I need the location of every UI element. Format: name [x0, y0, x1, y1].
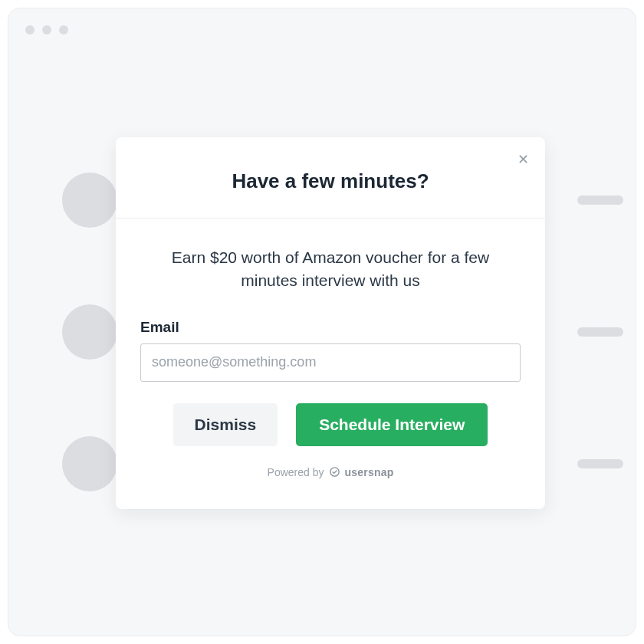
- powered-brand: usersnap: [345, 466, 394, 478]
- traffic-dot: [42, 25, 51, 34]
- usersnap-logo-icon: [329, 466, 340, 478]
- skeleton-avatar: [62, 172, 117, 228]
- email-label: Email: [140, 319, 521, 336]
- email-input[interactable]: [140, 343, 521, 382]
- interview-modal: Have a few minutes? ✕ Earn $20 worth of …: [116, 137, 545, 509]
- email-field-group: Email: [140, 319, 521, 382]
- powered-prefix: Powered by: [268, 466, 324, 478]
- browser-frame: Have a few minutes? ✕ Earn $20 worth of …: [8, 8, 636, 636]
- window-controls: [25, 25, 68, 34]
- skeleton-line: [577, 459, 623, 468]
- modal-body: Earn $20 worth of Amazon voucher for a f…: [116, 219, 545, 509]
- dismiss-button[interactable]: Dismiss: [173, 403, 278, 446]
- skeleton-avatar: [62, 436, 117, 491]
- modal-header: Have a few minutes? ✕: [116, 137, 545, 219]
- powered-by[interactable]: Powered by usersnap: [140, 466, 521, 495]
- modal-description: Earn $20 worth of Amazon voucher for a f…: [150, 246, 511, 293]
- traffic-dot: [25, 25, 34, 34]
- traffic-dot: [59, 25, 68, 34]
- skeleton-line: [577, 196, 623, 205]
- schedule-interview-button[interactable]: Schedule Interview: [296, 403, 488, 446]
- skeleton-avatar: [62, 304, 117, 360]
- skeleton-line: [577, 327, 623, 337]
- button-row: Dismiss Schedule Interview: [140, 403, 521, 446]
- close-icon: ✕: [518, 151, 529, 168]
- modal-title: Have a few minutes?: [140, 169, 521, 193]
- close-button[interactable]: ✕: [514, 151, 531, 168]
